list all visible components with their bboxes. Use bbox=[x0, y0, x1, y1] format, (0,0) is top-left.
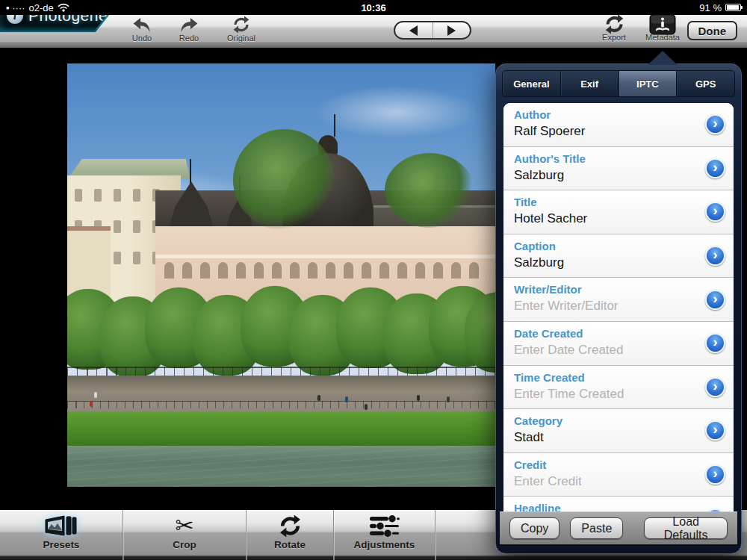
field-row-category[interactable]: Category Stadt › bbox=[503, 409, 734, 453]
metadata-icon bbox=[649, 16, 676, 32]
chevron-right-icon: › bbox=[713, 115, 717, 131]
tab-general[interactable]: General bbox=[503, 71, 561, 96]
toolbar-bottom-strip bbox=[0, 43, 747, 48]
field-row-time-created[interactable]: Time Created Enter Time Created › bbox=[503, 366, 734, 410]
field-row-title[interactable]: Title Hotel Sacher › bbox=[503, 190, 734, 234]
crop-scissors-icon: ✂ bbox=[175, 512, 193, 539]
tall-tree bbox=[233, 129, 335, 231]
field-row-credit[interactable]: Credit Enter Credit › bbox=[503, 453, 734, 497]
field-row-author[interactable]: Author Ralf Spoerer › bbox=[503, 103, 734, 147]
metadata-popover: General Exif IPTC GPS Author Ralf Spoere… bbox=[495, 63, 742, 554]
tool-presets[interactable]: Presets bbox=[0, 510, 123, 560]
grass-bank bbox=[67, 411, 495, 446]
export-button[interactable]: Export bbox=[590, 16, 638, 43]
chevron-right-icon: › bbox=[713, 290, 717, 307]
tool-crop[interactable]: ✂ Crop bbox=[123, 510, 247, 560]
battery-icon bbox=[725, 4, 741, 11]
load-defaults-button[interactable]: Load Defaults bbox=[644, 517, 728, 539]
palace-balustrade bbox=[155, 255, 495, 258]
chevron-right-icon: › bbox=[713, 159, 717, 175]
status-right: 91 % bbox=[699, 2, 741, 13]
chevron-right-icon: › bbox=[713, 246, 717, 263]
status-bar: ▪ ···· o2-de 10:36 91 % bbox=[0, 0, 747, 15]
field-row-caption[interactable]: Caption Salzburg › bbox=[503, 234, 734, 279]
metadata-button[interactable]: Metadata bbox=[639, 16, 686, 43]
chevron-right-icon: › bbox=[713, 465, 717, 482]
popover-pointer bbox=[648, 51, 678, 65]
iptc-field-list: Author Ralf Spoerer › Author's Title Sal… bbox=[503, 103, 734, 511]
export-icon bbox=[604, 16, 624, 32]
arrow-right-icon bbox=[447, 25, 456, 36]
previous-photo-button[interactable] bbox=[395, 22, 433, 38]
tab-iptc[interactable]: IPTC bbox=[619, 71, 678, 96]
done-button[interactable]: Done bbox=[687, 21, 738, 40]
undo-icon bbox=[132, 16, 152, 33]
field-row-authors-title[interactable]: Author's Title Salzburg › bbox=[503, 147, 734, 191]
chevron-right-icon: › bbox=[713, 334, 717, 350]
photo-canvas[interactable] bbox=[67, 63, 495, 487]
chevron-right-icon: › bbox=[713, 378, 717, 394]
photo-nav-control[interactable] bbox=[394, 21, 471, 40]
chevron-right-icon: › bbox=[713, 421, 717, 438]
original-button[interactable]: Original bbox=[217, 16, 265, 43]
disclosure-button[interactable]: › bbox=[705, 464, 725, 485]
popover-action-bar: Copy Paste Load Defaults bbox=[500, 511, 737, 544]
arrow-left-icon bbox=[409, 25, 418, 36]
undo-button[interactable]: Undo bbox=[118, 16, 166, 43]
redo-button[interactable]: Redo bbox=[165, 16, 213, 43]
chevron-right-icon: › bbox=[713, 202, 717, 219]
battery-percent: 91 % bbox=[699, 2, 722, 13]
disclosure-button[interactable]: › bbox=[705, 290, 725, 310]
clock: 10:36 bbox=[0, 2, 747, 13]
tab-gps[interactable]: GPS bbox=[677, 71, 734, 96]
lower-railing bbox=[67, 401, 495, 408]
field-row-date-created[interactable]: Date Created Enter Date Created › bbox=[503, 322, 734, 366]
tall-tree-right bbox=[385, 153, 474, 228]
field-row-headline[interactable]: Headline › bbox=[503, 497, 734, 511]
app-screen: ▪ ···· o2-de 10:36 91 % Done i bbox=[0, 0, 747, 560]
metadata-tab-bar: General Exif IPTC GPS bbox=[502, 70, 735, 97]
presets-icon bbox=[44, 512, 78, 539]
next-photo-button[interactable] bbox=[433, 22, 471, 38]
redo-icon bbox=[179, 16, 199, 33]
disclosure-button[interactable]: › bbox=[705, 377, 725, 397]
paste-button[interactable]: Paste bbox=[570, 517, 623, 539]
tab-exif[interactable]: Exif bbox=[561, 71, 619, 96]
copy-button[interactable]: Copy bbox=[509, 517, 560, 539]
field-row-writer-editor[interactable]: Writer/Editor Enter Writer/Editor › bbox=[503, 278, 734, 322]
tool-adjustments[interactable]: Adjustments bbox=[334, 510, 436, 560]
adjustments-sliders-icon bbox=[368, 512, 400, 539]
rotate-icon bbox=[279, 512, 302, 539]
disclosure-button[interactable]: › bbox=[705, 246, 725, 266]
disclosure-button[interactable]: › bbox=[705, 158, 725, 178]
original-icon bbox=[232, 16, 250, 33]
tool-rotate[interactable]: Rotate bbox=[247, 510, 334, 560]
